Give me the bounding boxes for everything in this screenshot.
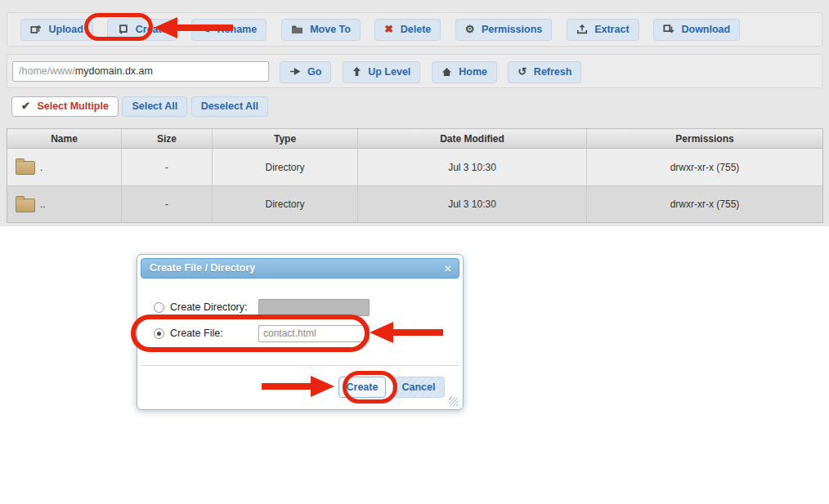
selection-bar: ✔ Select Multiple Select All Deselect Al… — [11, 96, 268, 117]
cell-permissions: drwxr-xr-x (755) — [587, 149, 822, 185]
dialog-create-button[interactable]: Create — [338, 377, 386, 398]
cell-type: Directory — [213, 186, 358, 222]
select-all-button[interactable]: Select All — [122, 96, 187, 117]
path-prefix: /home/www/ — [19, 65, 75, 77]
column-header-date-modified[interactable]: Date Modified — [358, 129, 587, 148]
file-manager-screen: Upload Create ✎ Rename Move To ✖ Delete … — [0, 0, 829, 504]
folder-icon — [16, 161, 35, 175]
rename-button-label: Rename — [217, 24, 258, 35]
up-level-icon — [352, 66, 361, 77]
path-domain: mydomain.dx.am — [75, 65, 153, 77]
rename-button[interactable]: ✎ Rename — [191, 19, 267, 41]
dialog-title: Create File / Directory — [150, 262, 255, 274]
cell-permissions: drwxr-xr-x (755) — [587, 186, 822, 222]
extract-icon — [576, 24, 588, 35]
extract-button[interactable]: Extract — [567, 19, 639, 41]
dialog-cancel-button[interactable]: Cancel — [392, 377, 445, 398]
permissions-button-label: Permissions — [482, 24, 542, 35]
cell-size: - — [122, 149, 213, 185]
column-header-size[interactable]: Size — [122, 129, 213, 148]
upload-icon — [30, 24, 42, 35]
home-button[interactable]: Home — [432, 61, 497, 83]
path-input[interactable]: /home/www/mydomain.dx.am — [12, 61, 269, 82]
cell-date-modified: Jul 3 10:30 — [358, 149, 587, 185]
create-file-input[interactable] — [258, 325, 370, 342]
create-file-directory-dialog: Create File / Directory × Create Directo… — [137, 254, 464, 410]
column-header-type[interactable]: Type — [213, 129, 358, 148]
table-row[interactable]: .. - Directory Jul 3 10:30 drwxr-xr-x (7… — [7, 185, 822, 222]
dialog-body: Create Directory: Create File: — [141, 279, 459, 365]
create-directory-label: Create Directory: — [170, 301, 258, 313]
create-icon — [117, 24, 128, 35]
cell-date-modified: Jul 3 10:30 — [358, 186, 587, 222]
resize-handle-icon[interactable] — [449, 397, 458, 406]
home-icon — [441, 67, 452, 77]
table-row[interactable]: . - Directory Jul 3 10:30 drwxr-xr-x (75… — [7, 149, 822, 185]
move-to-button[interactable]: Move To — [281, 19, 361, 41]
column-header-name[interactable]: Name — [7, 129, 122, 148]
go-icon — [289, 67, 300, 76]
file-table: Name Size Type Date Modified Permissions… — [7, 128, 823, 223]
file-manager-top-region: Upload Create ✎ Rename Move To ✖ Delete … — [0, 0, 829, 226]
upload-button-label: Upload — [48, 24, 83, 35]
file-name: . — [40, 162, 43, 173]
go-button-label: Go — [307, 66, 321, 78]
cell-size: - — [122, 186, 213, 222]
close-icon[interactable]: × — [444, 259, 451, 278]
create-file-label: Create File: — [170, 328, 258, 339]
create-button[interactable]: Create — [107, 19, 177, 41]
move-to-button-label: Move To — [310, 24, 351, 35]
cell-name: .. — [7, 186, 122, 222]
cell-type: Directory — [213, 149, 358, 185]
create-directory-row: Create Directory: — [154, 298, 370, 316]
folder-icon — [16, 198, 35, 212]
select-multiple-button[interactable]: ✔ Select Multiple — [11, 96, 119, 117]
permissions-button[interactable]: ⚙ Permissions — [455, 19, 552, 41]
dialog-titlebar[interactable]: Create File / Directory × — [141, 258, 459, 279]
move-to-icon — [291, 24, 303, 34]
select-all-button-label: Select All — [132, 100, 177, 112]
refresh-button[interactable]: ↺ Refresh — [508, 61, 581, 83]
rename-icon: ✎ — [201, 24, 210, 34]
deselect-all-button[interactable]: Deselect All — [191, 96, 268, 117]
go-button[interactable]: Go — [280, 61, 331, 83]
delete-button[interactable]: ✖ Delete — [374, 19, 441, 41]
column-header-permissions[interactable]: Permissions — [587, 129, 822, 148]
home-button-label: Home — [459, 66, 487, 78]
deselect-all-button-label: Deselect All — [201, 100, 258, 112]
create-directory-radio[interactable] — [154, 302, 164, 313]
dialog-footer: Create Cancel — [141, 365, 459, 408]
refresh-button-label: Refresh — [534, 66, 572, 78]
download-button[interactable]: Download — [653, 19, 740, 41]
main-toolbar: Upload Create ✎ Rename Move To ✖ Delete … — [7, 12, 822, 47]
permissions-icon: ⚙ — [465, 24, 475, 34]
up-level-button[interactable]: Up Level — [343, 61, 421, 83]
create-file-radio[interactable] — [154, 328, 164, 339]
delete-icon: ✖ — [384, 24, 393, 34]
create-directory-input — [258, 299, 370, 316]
file-table-header: Name Size Type Date Modified Permissions — [7, 129, 822, 149]
download-icon — [663, 24, 674, 35]
upload-button[interactable]: Upload — [20, 19, 93, 41]
create-button-label: Create — [136, 24, 168, 35]
select-multiple-button-label: Select Multiple — [37, 100, 109, 112]
create-file-row: Create File: — [154, 324, 370, 342]
cell-name: . — [7, 149, 122, 185]
extract-button-label: Extract — [594, 24, 629, 35]
check-icon: ✔ — [21, 100, 30, 111]
up-level-button-label: Up Level — [368, 66, 410, 78]
download-button-label: Download — [681, 24, 730, 35]
delete-button-label: Delete — [401, 24, 432, 35]
refresh-icon: ↺ — [518, 66, 527, 77]
path-toolbar: /home/www/mydomain.dx.am Go Up Level Hom… — [7, 54, 822, 88]
file-name: .. — [40, 198, 46, 210]
